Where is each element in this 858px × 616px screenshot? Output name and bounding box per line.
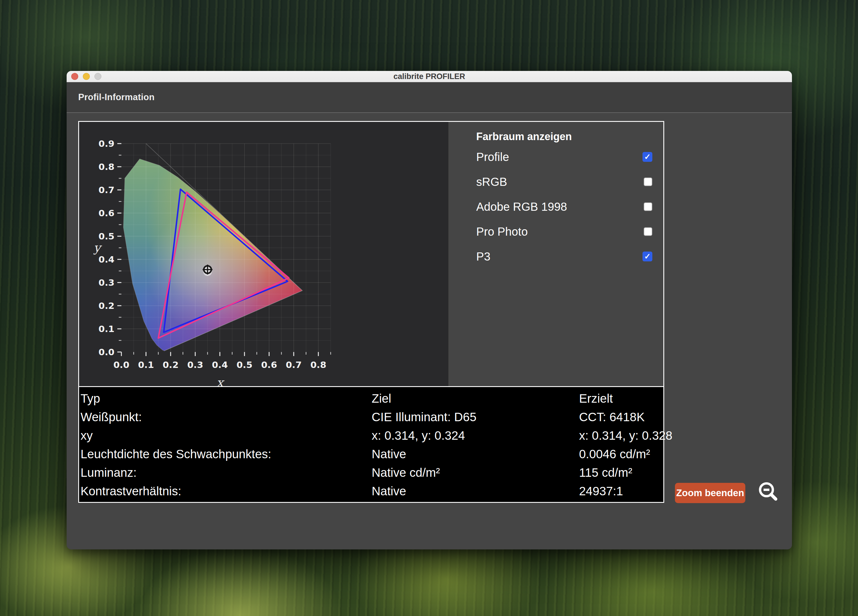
svg-text:0.5: 0.5: [237, 360, 253, 370]
row-label: Weißpunkt:: [81, 410, 371, 424]
svg-text:0.3: 0.3: [98, 277, 114, 288]
svg-text:0.5: 0.5: [98, 231, 114, 241]
svg-text:0.6: 0.6: [261, 360, 277, 370]
app-header: Profil-Information: [67, 82, 792, 113]
svg-text:0.3: 0.3: [187, 360, 204, 370]
traffic-lights: [71, 71, 101, 82]
checkbox-prophoto[interactable]: [644, 227, 652, 236]
row-label: Kontrastverhältnis:: [81, 484, 371, 498]
table-row-contrast-ratio: Kontrastverhältnis: Native 24937:1: [81, 482, 663, 501]
svg-text:0.7: 0.7: [98, 185, 114, 195]
table-header-typ: Typ: [81, 392, 371, 405]
svg-text:0.6: 0.6: [98, 208, 114, 218]
svg-text:0.1: 0.1: [98, 324, 114, 334]
titlebar[interactable]: calibrite PROFILER: [67, 71, 792, 82]
colorspace-row-p3: P3 ✓: [476, 244, 663, 269]
table-row-luminance: Luminanz: Native cd/m² 115 cd/m²: [81, 464, 663, 482]
row-erzielt-value: CCT: 6418K: [579, 410, 663, 424]
svg-text:0.0: 0.0: [113, 360, 129, 370]
fullscreen-button[interactable]: [95, 73, 101, 80]
colorspace-label-prophoto: Pro Photo: [476, 225, 528, 238]
y-axis-title: y: [93, 241, 102, 255]
svg-text:0.9: 0.9: [98, 138, 114, 149]
svg-text:0.0: 0.0: [98, 347, 114, 357]
colorspace-label-adobergb: Adobe RGB 1998: [476, 200, 567, 213]
row-ziel-value: CIE Illuminant: D65: [371, 410, 579, 424]
colorspace-row-adobergb: Adobe RGB 1998: [476, 194, 663, 219]
row-erzielt-value: 115 cd/m²: [579, 466, 663, 479]
row-ziel-value: x: 0.314, y: 0.324: [371, 429, 579, 442]
table-row-whitepoint: Weißpunkt: CIE Illuminant: D65 CCT: 6418…: [81, 408, 663, 427]
colorspace-panel-title: Farbraum anzeigen: [476, 129, 663, 144]
minimize-button[interactable]: [83, 73, 90, 80]
profile-values-table: Typ Ziel Erzielt Weißpunkt: CIE Illumina…: [79, 387, 663, 502]
window-title: calibrite PROFILER: [393, 72, 465, 81]
row-label: Leuchtdichte des Schwachpunktes:: [81, 447, 371, 461]
desktop-background: calibrite PROFILER Profil-Information: [0, 0, 858, 616]
checkbox-p3[interactable]: ✓: [642, 251, 652, 261]
profile-info-container: 0.00.10.20.30.40.50.60.70.80.00.10.20.30…: [78, 121, 664, 503]
colorspace-options-panel: Farbraum anzeigen Profile ✓ sRGB Adobe R…: [448, 122, 663, 386]
svg-text:0.2: 0.2: [98, 301, 114, 311]
colorspace-row-srgb: sRGB: [476, 169, 663, 194]
row-erzielt-value: 24937:1: [579, 484, 663, 498]
colorspace-label-p3: P3: [476, 250, 490, 263]
svg-text:0.8: 0.8: [311, 360, 326, 370]
chart-and-options-row: 0.00.10.20.30.40.50.60.70.80.00.10.20.30…: [79, 122, 663, 386]
close-button[interactable]: [71, 73, 78, 80]
svg-text:0.7: 0.7: [286, 360, 302, 370]
checkbox-adobergb[interactable]: [644, 202, 652, 211]
app-window: calibrite PROFILER Profil-Information: [67, 71, 792, 549]
row-erzielt-value: x: 0.314, y: 0.328: [579, 429, 672, 442]
row-ziel-value: Native: [371, 447, 579, 461]
table-header-erzielt: Erzielt: [579, 392, 663, 405]
colorspace-row-profile: Profile ✓: [476, 144, 663, 169]
row-ziel-value: Native: [371, 484, 579, 498]
row-label: xy: [81, 429, 371, 442]
row-label: Luminanz:: [81, 466, 371, 479]
svg-text:0.2: 0.2: [163, 360, 179, 370]
row-erzielt-value: 0.0046 cd/m²: [579, 447, 663, 461]
table-row-xy: xy x: 0.314, y: 0.324 x: 0.314, y: 0.328: [81, 427, 663, 445]
svg-text:0.1: 0.1: [138, 360, 154, 370]
table-header-ziel: Ziel: [371, 392, 579, 405]
colorspace-label-srgb: sRGB: [476, 175, 507, 188]
svg-text:0.4: 0.4: [212, 360, 228, 370]
svg-text:0.4: 0.4: [98, 254, 114, 265]
chromaticity-chart-panel: 0.00.10.20.30.40.50.60.70.80.00.10.20.30…: [79, 122, 448, 386]
zoom-out-icon[interactable]: [757, 481, 780, 504]
table-row-blackpoint-luminance: Leuchtdichte des Schwachpunktes: Native …: [81, 445, 663, 464]
x-axis-title: x: [216, 375, 224, 386]
row-ziel-value: Native cd/m²: [371, 466, 579, 479]
colorspace-label-profile: Profile: [476, 151, 509, 164]
zoom-beenden-button[interactable]: Zoom beenden: [675, 483, 745, 503]
chromaticity-chart: 0.00.10.20.30.40.50.60.70.80.00.10.20.30…: [79, 122, 448, 386]
checkbox-srgb[interactable]: [644, 177, 652, 186]
colorspace-row-prophoto: Pro Photo: [476, 219, 663, 244]
checkbox-profile[interactable]: ✓: [642, 152, 652, 162]
page-title: Profil-Information: [78, 92, 155, 102]
svg-text:0.8: 0.8: [98, 161, 114, 172]
table-header-row: Typ Ziel Erzielt: [81, 389, 663, 408]
